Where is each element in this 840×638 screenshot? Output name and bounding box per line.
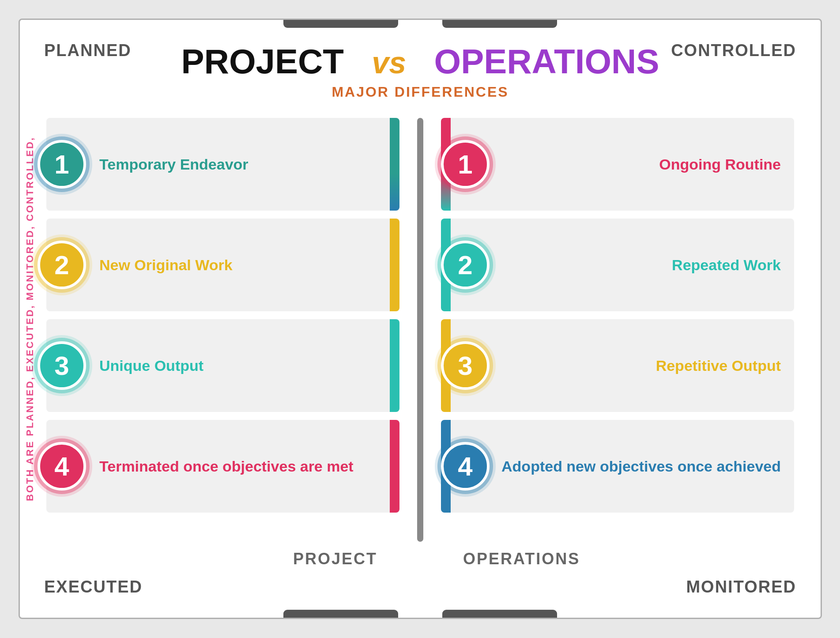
project-item-3: 3Unique Output: [46, 319, 399, 412]
operations-text-1: Ongoing Routine: [481, 155, 794, 174]
corner-planned: PLANNED: [44, 41, 132, 60]
side-vertical-text: BOTH ARE PLANNED, EXECUTED, MONITORED, C…: [24, 136, 36, 501]
project-circle-3: 3: [38, 341, 86, 390]
title-vs: vs: [372, 45, 406, 80]
top-bar-right: [442, 20, 557, 28]
project-item-4: 4Terminated once objectives are met: [46, 420, 399, 513]
project-text-3: Unique Output: [86, 356, 399, 375]
operations-text-2: Repeated Work: [481, 256, 794, 275]
operations-side: Ongoing Routine1Repeated Work2Repetitive…: [428, 118, 794, 542]
project-circle-4: 4: [38, 442, 86, 491]
project-circle-1: 1: [38, 140, 86, 189]
project-text-1: Temporary Endeavor: [86, 155, 399, 174]
bottom-bar-left: [283, 610, 398, 618]
operations-item-2: Repeated Work2: [441, 219, 794, 311]
title-project: PROJECT: [181, 42, 344, 81]
operations-item-4: Adopted new objectives once achieved4: [441, 420, 794, 513]
project-text-4: Terminated once objectives are met: [86, 457, 399, 476]
operations-circle-1: 1: [441, 140, 490, 189]
corner-monitored: MONITORED: [686, 578, 796, 596]
corner-executed: EXECUTED: [44, 578, 143, 596]
project-side: 1Temporary Endeavor2New Original Work3Un…: [46, 118, 413, 542]
operations-circle-3: 3: [441, 341, 490, 390]
main-container: PLANNED CONTROLLED EXECUTED MONITORED BO…: [19, 19, 822, 619]
operations-circle-2: 2: [441, 241, 490, 289]
operations-text-4: Adopted new objectives once achieved: [481, 457, 794, 476]
center-divider: [417, 118, 423, 542]
project-item-2: 2New Original Work: [46, 219, 399, 311]
corner-controlled: CONTROLLED: [671, 41, 796, 60]
project-circle-2: 2: [38, 241, 86, 289]
title-operations: OPERATIONS: [434, 42, 659, 81]
label-operations: OPERATIONS: [428, 550, 794, 568]
operations-circle-4: 4: [441, 442, 490, 491]
label-project: PROJECT: [46, 550, 413, 568]
content-area: 1Temporary Endeavor2New Original Work3Un…: [20, 118, 821, 542]
project-item-1: 1Temporary Endeavor: [46, 118, 399, 211]
project-text-2: New Original Work: [86, 256, 399, 275]
section-labels: PROJECT OPERATIONS: [20, 550, 821, 568]
top-bar-left: [283, 20, 398, 28]
header: PROJECT vs OPERATIONS MAJOR DIFFERENCES: [20, 20, 821, 100]
operations-item-3: Repetitive Output3: [441, 319, 794, 412]
subtitle: MAJOR DIFFERENCES: [20, 84, 821, 100]
operations-item-1: Ongoing Routine1: [441, 118, 794, 211]
bottom-bar-right: [442, 610, 557, 618]
operations-text-3: Repetitive Output: [481, 356, 794, 375]
